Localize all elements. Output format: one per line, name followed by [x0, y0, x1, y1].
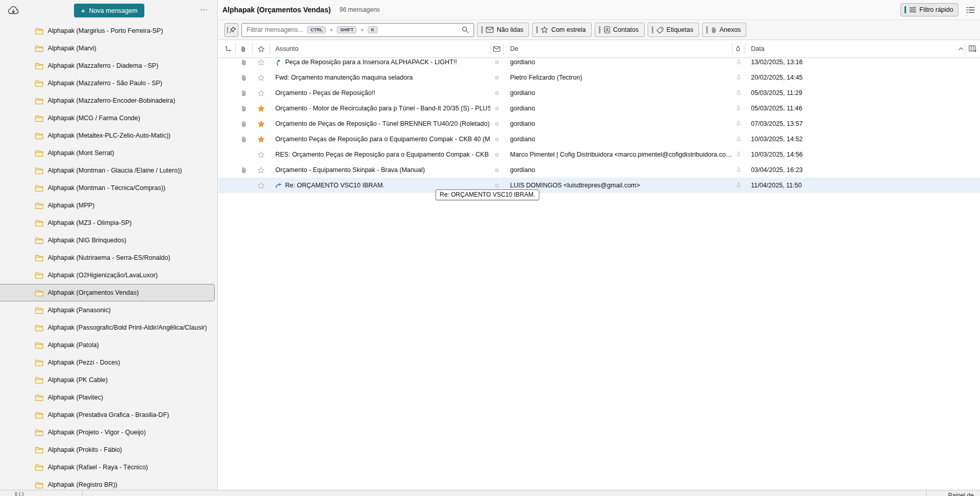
- message-row[interactable]: Orçamento Peças de Reposição para o Equi…: [218, 131, 980, 147]
- folder-item[interactable]: Alphapak (Metaltex-PLC-Zelio-Auto-Matic)…: [0, 127, 217, 144]
- filter-unread-button[interactable]: Não lidas: [477, 23, 529, 37]
- search-input[interactable]: Filtrar mensagens... CTRL + SHIFT + K: [241, 23, 474, 37]
- folder-item[interactable]: Alphapak (MCG / Farma Conde): [0, 109, 217, 127]
- folder-item[interactable]: Alphapak (Passografic/Bold Print-Aldir/A…: [0, 319, 217, 336]
- folder-item[interactable]: Alphapak (Margirius - Porto Ferreira-SP): [0, 22, 217, 40]
- column-divider[interactable]: [252, 43, 253, 54]
- new-message-button[interactable]: + Nova mensagem: [74, 4, 144, 17]
- read-indicator[interactable]: [491, 162, 503, 178]
- tag-icon: [656, 27, 664, 33]
- column-divider[interactable]: [491, 43, 491, 54]
- folder-item[interactable]: Alphapak (Pezzi - Doces): [0, 354, 217, 371]
- column-divider[interactable]: [732, 43, 732, 54]
- folder-item-selected[interactable]: Alphapak (Orçamentos Vendas): [0, 284, 215, 301]
- message-list-display-options-button[interactable]: [966, 6, 975, 14]
- folder-icon: [35, 28, 43, 34]
- read-indicator[interactable]: [491, 85, 503, 101]
- quick-filter-toggle-button[interactable]: Filtro rápido: [900, 3, 958, 16]
- message-row[interactable]: Orçamento - Equipamento Skinpak - Brava …: [218, 162, 980, 178]
- folder-item[interactable]: Alphapak (Projeto - Vigor - Queijo): [0, 424, 217, 441]
- junk-indicator[interactable]: [732, 101, 745, 116]
- column-header-from[interactable]: De: [510, 40, 518, 58]
- sticky-filter-button[interactable]: [224, 23, 238, 37]
- column-header-attachment[interactable]: [240, 40, 246, 58]
- folder-item[interactable]: Alphapak (MPP): [0, 197, 217, 214]
- read-indicator[interactable]: [491, 58, 503, 70]
- quick-filter-label: Filtro rápido: [919, 6, 953, 13]
- junk-indicator[interactable]: [732, 58, 745, 70]
- star-toggle[interactable]: [252, 70, 270, 85]
- folder-item[interactable]: Alphapak (Registro BR)): [0, 476, 217, 490]
- junk-indicator[interactable]: [732, 70, 745, 85]
- message-row[interactable]: Orçamento - Peças de Reposição!! gordian…: [218, 85, 980, 101]
- column-divider[interactable]: [965, 43, 965, 54]
- filter-contacts-button[interactable]: Contatos: [595, 23, 645, 37]
- folder-item[interactable]: Alphapak (O2Higienização/LavaLuxor): [0, 266, 217, 284]
- junk-indicator[interactable]: [732, 162, 745, 178]
- junk-indicator[interactable]: [732, 147, 745, 162]
- message-row[interactable]: Peça de Reposição para a Insersora ALPHA…: [218, 58, 980, 70]
- folder-item[interactable]: Alphapak (NIG Brinquedos): [0, 232, 217, 249]
- read-indicator[interactable]: [491, 116, 503, 131]
- message-row[interactable]: Orçamento de Peças de Reposição - Túnel …: [218, 116, 980, 131]
- message-row-selected[interactable]: Re: ORÇAMENTO VSC10 IBRAM. LUIS DOMINGOS…: [218, 178, 980, 193]
- folder-item[interactable]: Alphapak (Prokits - Fábio): [0, 441, 217, 459]
- star-toggle[interactable]: [252, 147, 270, 162]
- folder-item[interactable]: Alphapak (Plavitec): [0, 389, 217, 406]
- folder-item[interactable]: Alphapak (Montman - Técnica/Compras)): [0, 179, 217, 197]
- star-toggle[interactable]: [252, 116, 270, 131]
- folder-item[interactable]: Alphapak (Mazzaferro-Encoder-Bobinadeira…: [0, 92, 217, 109]
- folder-item[interactable]: Alphapak (Montman - Glaucia /Elaine / Lu…: [0, 162, 217, 179]
- folder-icon: [35, 255, 43, 261]
- column-divider[interactable]: [235, 43, 236, 54]
- column-header-junk[interactable]: [736, 40, 741, 58]
- folder-item[interactable]: Alphapak (Mont Serrat): [0, 144, 217, 162]
- star-toggle[interactable]: [252, 131, 270, 147]
- read-indicator[interactable]: [491, 70, 503, 85]
- star-toggle[interactable]: [252, 58, 270, 70]
- message-row[interactable]: Fwd: Orçamento manutenção maquina selado…: [218, 70, 980, 85]
- column-header-subject[interactable]: Assunto: [275, 40, 298, 58]
- folder-pane-options-button[interactable]: …: [200, 3, 208, 12]
- junk-indicator[interactable]: [732, 116, 745, 131]
- folder-item[interactable]: Alphapak (MZ3 - Olimpia-SP): [0, 214, 217, 232]
- star-toggle[interactable]: [252, 101, 270, 116]
- read-indicator[interactable]: [491, 101, 503, 116]
- column-header-thread[interactable]: [225, 40, 231, 58]
- junk-indicator[interactable]: [732, 178, 745, 193]
- column-divider[interactable]: [270, 43, 270, 54]
- column-divider[interactable]: [503, 43, 504, 54]
- message-row[interactable]: RES: Orçamento Peças de Reposição para o…: [218, 147, 980, 162]
- filter-tags-button[interactable]: Etiquetas: [648, 23, 699, 37]
- junk-indicator[interactable]: [732, 131, 745, 147]
- folder-item[interactable]: Alphapak (Nutriraema - Serra-ES/Ronaldo): [0, 249, 217, 266]
- folder-name: Alphapak (MCG / Farma Conde): [48, 115, 140, 122]
- star-toggle[interactable]: [252, 178, 270, 193]
- star-toggle[interactable]: [252, 85, 270, 101]
- message-row[interactable]: Orçamento - Motor de Recirculação para p…: [218, 101, 980, 116]
- filter-attachments-button[interactable]: Anexos: [702, 23, 747, 37]
- column-picker-button[interactable]: [969, 40, 977, 58]
- folder-item[interactable]: Alphapak (Mazzaferro - São Paulo - SP): [0, 74, 217, 92]
- column-divider[interactable]: [745, 43, 745, 54]
- folder-item[interactable]: Alphapak (Patola): [0, 336, 217, 354]
- junk-indicator[interactable]: [732, 85, 745, 101]
- column-header-date[interactable]: Data: [751, 40, 764, 58]
- today-pane-toggle[interactable]: Painel de hoje: [931, 492, 980, 496]
- column-header-read[interactable]: [493, 40, 500, 58]
- folder-item[interactable]: Alphapak (Panasonic): [0, 301, 217, 319]
- column-header-star[interactable]: [258, 40, 265, 58]
- read-indicator[interactable]: [491, 147, 503, 162]
- folder-name: Alphapak (O2Higienização/LavaLuxor): [48, 272, 158, 279]
- star-toggle[interactable]: [252, 162, 270, 178]
- folder-item[interactable]: Alphapak (Prestativa Grafica - Brasilia-…: [0, 406, 217, 424]
- get-messages-button[interactable]: [7, 6, 20, 16]
- folder-item[interactable]: Alphapak (PK Cable): [0, 371, 217, 389]
- folder-item[interactable]: Alphapak (Marvi): [0, 40, 217, 57]
- folder-item[interactable]: Alphapak (Mazzaferro - Diadema - SP): [0, 57, 217, 74]
- date-cell: 07/03/2025, 13:57: [745, 116, 980, 131]
- read-indicator[interactable]: [491, 131, 503, 147]
- folder-item[interactable]: Alphapak (Rafael - Raya - Técnico): [0, 459, 217, 476]
- subject-text: Peça de Reposição para a Insersora ALPHA…: [285, 59, 457, 66]
- filter-starred-button[interactable]: Com estrela: [532, 23, 591, 37]
